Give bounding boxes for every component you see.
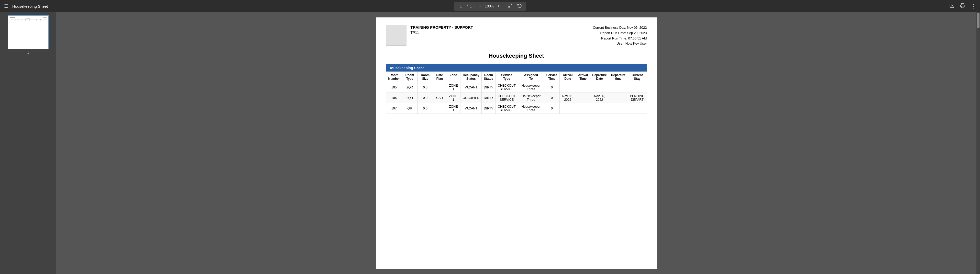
document-header: TRAINING PROPERTY - SUPPORT TP11 Current… xyxy=(386,25,647,46)
col-occupancy-status: OccupancyStatus xyxy=(460,72,482,82)
col-assigned-to: AssignedTo xyxy=(518,72,544,82)
col-room-type: Room Type xyxy=(402,72,417,82)
report-user: User: HotelKey User xyxy=(593,41,647,46)
table-cell xyxy=(590,82,609,93)
table-cell: Nov 06,2022 xyxy=(590,93,609,103)
table-cell xyxy=(609,103,628,114)
col-arrival-date: Arrival Date xyxy=(560,72,576,82)
more-options-button[interactable]: ⋮ xyxy=(970,3,977,10)
document-area[interactable]: TRAINING PROPERTY - SUPPORT TP11 Current… xyxy=(56,12,977,274)
table-cell xyxy=(609,93,628,103)
toolbar-left: ☰ Housekeeping Sheet xyxy=(3,3,451,10)
business-day: Current Business Day: Nov 06, 2022 xyxy=(593,25,647,30)
table-cell: DIRTY xyxy=(482,93,495,103)
table-cell: ZONE 1 xyxy=(446,93,460,103)
table-cell xyxy=(628,103,647,114)
table-cell: PENDINGDEPART xyxy=(628,93,647,103)
hamburger-icon: ☰ xyxy=(4,3,8,9)
more-icon: ⋮ xyxy=(971,3,976,9)
toolbar-right: ⋮ xyxy=(529,3,977,10)
table-row: 1052QR0.0ZONE 1VACANTDIRTYCHECKOUTSERVIC… xyxy=(386,82,647,93)
table-cell: VACANT xyxy=(460,82,482,93)
table-cell: 0 xyxy=(544,103,560,114)
svg-line-1 xyxy=(509,6,510,7)
page-separator: / xyxy=(467,4,468,8)
table-cell: 0.0 xyxy=(417,103,433,114)
col-room-number: RoomNumber xyxy=(386,72,402,82)
table-cell: 107 xyxy=(386,103,402,114)
scrollbar[interactable] xyxy=(977,12,980,274)
svg-line-0 xyxy=(511,4,512,5)
main-area: TRAINING PROPERTY - SUPPORT TP11 Current… xyxy=(0,12,980,274)
property-code: TP11 xyxy=(410,30,473,35)
col-departure-date: DepartureDate xyxy=(590,72,609,82)
menu-button[interactable]: ☰ xyxy=(3,3,9,10)
property-info: TRAINING PROPERTY - SUPPORT TP11 xyxy=(410,25,473,35)
table-cell: 105 xyxy=(386,82,402,93)
table-cell xyxy=(576,103,590,114)
col-rate-plan: Rate Plan xyxy=(433,72,446,82)
zoom-out-icon: − xyxy=(479,3,482,9)
report-time: Report Run Time: 07:50:51 AM xyxy=(593,36,647,41)
logo-placeholder xyxy=(386,25,406,46)
zoom-out-button[interactable]: − xyxy=(478,3,483,10)
table-cell: OCCUPIED xyxy=(460,93,482,103)
col-room-size: Room Size xyxy=(417,72,433,82)
table-cell xyxy=(433,103,446,114)
col-departure-time: Departuretime xyxy=(609,72,628,82)
nav-separator: | xyxy=(474,3,476,9)
housekeeping-table: Housekeeping Sheet RoomNumber Room Type … xyxy=(386,64,647,114)
table-cell xyxy=(433,82,446,93)
fit-icon xyxy=(508,3,513,9)
col-current-stay: CurrentStay xyxy=(628,72,647,82)
download-button[interactable] xyxy=(948,3,955,10)
svg-rect-3 xyxy=(961,6,964,8)
zoom-controls: − 100% + xyxy=(478,3,501,10)
zoom-in-icon: + xyxy=(497,3,500,9)
table-section-header-row: Housekeeping Sheet xyxy=(386,64,647,72)
table-cell: 2QR xyxy=(402,93,417,103)
table-cell xyxy=(560,82,576,93)
fit-page-button[interactable] xyxy=(507,3,514,10)
zoom-in-button[interactable]: + xyxy=(496,3,501,10)
table-cell: ZONE 1 xyxy=(446,82,460,93)
report-date: Report Run Date: Sep 29, 2023 xyxy=(593,30,647,36)
table-cell: DIRTY xyxy=(482,82,495,93)
table-cell: ZONE 1 xyxy=(446,103,460,114)
meta-info: Current Business Day: Nov 06, 2022 Repor… xyxy=(593,25,647,46)
col-room-status: RoomStatus xyxy=(482,72,495,82)
thumbnail-preview: TRAINING PROPERTY - SUPPORT TP11 Current… xyxy=(9,17,47,48)
page-input[interactable]: 1 xyxy=(457,4,465,8)
history-icon xyxy=(517,3,522,9)
table-cell xyxy=(576,93,590,103)
table-cell: CHECKOUTSERVICE xyxy=(495,82,518,93)
page-nav: 1 / 1 xyxy=(457,4,472,8)
document-page: TRAINING PROPERTY - SUPPORT TP11 Current… xyxy=(376,18,657,269)
print-icon xyxy=(960,3,965,10)
zoom-separator: | xyxy=(503,3,505,9)
thumbnail-label: 1 xyxy=(27,51,29,54)
table-cell: Nov 05,2022 xyxy=(560,93,576,103)
table-cell: CHECKOUTSERVICE xyxy=(495,93,518,103)
table-cell: Housekeeper Three xyxy=(518,93,544,103)
print-button[interactable] xyxy=(959,3,966,10)
table-cell: 2QR xyxy=(402,82,417,93)
table-cell: CHECKOUTSERVICE xyxy=(495,103,518,114)
table-cell: QR xyxy=(402,103,417,114)
page-thumbnail[interactable]: TRAINING PROPERTY - SUPPORT TP11 Current… xyxy=(8,15,49,49)
property-name: TRAINING PROPERTY - SUPPORT xyxy=(410,25,473,29)
table-cell xyxy=(576,82,590,93)
toolbar: ☰ Housekeeping Sheet 1 / 1 | − 100% + | xyxy=(0,0,980,12)
table-cell: Housekeeper Three xyxy=(518,103,544,114)
thumbnail-content: TRAINING PROPERTY - SUPPORT TP11 Current… xyxy=(9,17,47,21)
col-arrival-time: ArrivalTime xyxy=(576,72,590,82)
scrollbar-thumb[interactable] xyxy=(977,13,980,28)
table-cell xyxy=(590,103,609,114)
table-cell: 0 xyxy=(544,82,560,93)
table-body: 1052QR0.0ZONE 1VACANTDIRTYCHECKOUTSERVIC… xyxy=(386,82,647,114)
table-cell xyxy=(560,103,576,114)
history-button[interactable] xyxy=(516,3,523,10)
table-cell: Housekeeper Three xyxy=(518,82,544,93)
table-cell xyxy=(609,82,628,93)
download-icon xyxy=(949,3,955,10)
